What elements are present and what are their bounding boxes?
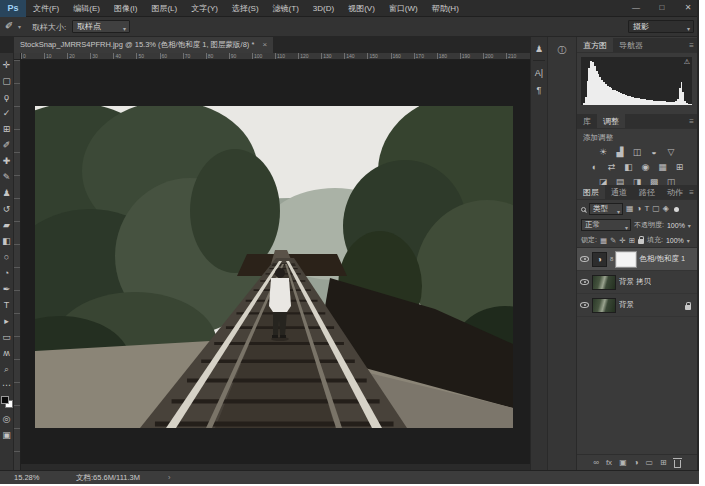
fill-value[interactable]: 100%	[666, 237, 684, 244]
menu-item[interactable]: 视图(V)	[341, 0, 382, 17]
tab-histogram[interactable]: 直方图	[577, 38, 613, 52]
menu-item[interactable]: 选择(S)	[225, 0, 266, 17]
maximize-button[interactable]: □	[655, 0, 669, 15]
add-mask-icon[interactable]: ▣	[619, 456, 627, 470]
gradient-tool-icon[interactable]: ◧	[0, 233, 14, 249]
move-tool-icon[interactable]: ✛	[0, 57, 14, 73]
workspace-dropdown[interactable]: 摄影 ▾	[628, 20, 694, 33]
menu-item[interactable]: 滤镜(T)	[266, 0, 306, 17]
filter-toggle-icon[interactable]	[674, 207, 679, 212]
foreground-color-swatch[interactable]	[1, 396, 9, 404]
panel-menu-icon[interactable]: ≡	[689, 114, 694, 129]
layer-thumbnail[interactable]	[592, 275, 616, 290]
marquee-tool-icon[interactable]: ▢	[0, 73, 14, 89]
path-selection-tool-icon[interactable]: ▸	[0, 313, 14, 329]
document-tab[interactable]: StockSnap_JMRRS4PFRH.jpg @ 15.3% (色相/饱和度…	[14, 37, 273, 53]
layer-name[interactable]: 色相/饱和度 1	[639, 254, 685, 264]
color-lookup-icon[interactable]: ⊞	[673, 161, 686, 174]
clone-stamp-tool-icon[interactable]: ♟	[0, 185, 14, 201]
close-button[interactable]: ✕	[681, 0, 695, 15]
edit-toolbar-icon[interactable]: ⋯	[0, 377, 14, 393]
brush-tool-icon[interactable]: ✎	[0, 169, 14, 185]
spot-healing-tool-icon[interactable]: ✚	[0, 153, 14, 169]
new-adjustment-icon[interactable]: ◑	[634, 456, 639, 470]
menu-item[interactable]: 图像(I)	[107, 0, 145, 17]
filter-type-dropdown[interactable]: 类型 ▾	[589, 203, 623, 215]
vibrance-icon[interactable]: ▽	[665, 146, 678, 159]
lock-transparency-icon[interactable]: ▦	[600, 236, 607, 245]
smart-object-filter-icon[interactable]: ◈	[663, 203, 669, 215]
eyedropper-options-icon[interactable]: ✐	[5, 20, 13, 31]
menu-item[interactable]: 文件(F)	[26, 0, 66, 17]
sample-size-dropdown[interactable]: 取样点 ▾	[72, 20, 130, 33]
tab-actions[interactable]: 动作	[661, 185, 689, 199]
visibility-eye-icon[interactable]	[580, 302, 589, 308]
tab-adjustments[interactable]: 调整	[597, 114, 625, 128]
panel-menu-icon[interactable]: ≡	[689, 38, 694, 53]
tab-layers[interactable]: 图层	[577, 185, 605, 199]
layer-row-hue-saturation[interactable]: ◑ 8 色相/饱和度 1	[577, 248, 697, 271]
blur-tool-icon[interactable]: ○	[0, 249, 14, 265]
dodge-tool-icon[interactable]: ◔	[0, 265, 14, 281]
quick-mask-icon[interactable]: ◎	[0, 411, 14, 427]
menu-item[interactable]: 窗口(W)	[382, 0, 425, 17]
shape-tool-icon[interactable]: ▭	[0, 329, 14, 345]
screen-mode-icon[interactable]: ▣	[0, 427, 14, 443]
tool-presets-panel-icon[interactable]: ♟	[531, 44, 547, 54]
tab-navigator[interactable]: 导航器	[613, 38, 649, 52]
visibility-eye-icon[interactable]	[580, 279, 589, 285]
color-balance-icon[interactable]: ⇄	[605, 161, 618, 174]
link-layers-icon[interactable]: ∞	[593, 456, 599, 470]
eraser-tool-icon[interactable]: ▰	[0, 217, 14, 233]
menu-item[interactable]: 图层(L)	[144, 0, 184, 17]
visibility-eye-icon[interactable]	[580, 256, 589, 262]
delete-layer-icon[interactable]	[674, 460, 681, 468]
document-image[interactable]	[35, 106, 513, 428]
menu-item[interactable]: 编辑(E)	[66, 0, 107, 17]
warning-icon[interactable]: ⚠	[684, 58, 690, 66]
character-panel-icon[interactable]: A|	[531, 68, 547, 78]
type-tool-icon[interactable]: T	[0, 297, 14, 313]
adjustment-filter-icon[interactable]: ◑	[637, 203, 642, 215]
history-brush-tool-icon[interactable]: ↺	[0, 201, 14, 217]
layer-name[interactable]: 背景	[619, 300, 634, 310]
lock-image-icon[interactable]: ✎	[610, 236, 616, 245]
quick-selection-tool-icon[interactable]: ✓	[0, 105, 14, 121]
tab-channels[interactable]: 通道	[605, 185, 633, 199]
type-filter-icon[interactable]: T	[644, 203, 649, 215]
info-panel-icon[interactable]: ⓘ	[548, 44, 576, 57]
adjustment-layer-thumbnail[interactable]: ◑	[592, 252, 607, 267]
lock-artboard-icon[interactable]: ⊞	[629, 236, 635, 245]
lasso-tool-icon[interactable]: ϙ	[0, 89, 14, 105]
blend-mode-dropdown[interactable]: 正常 ▾	[581, 219, 631, 231]
crop-tool-icon[interactable]: ⊞	[0, 121, 14, 137]
brightness-contrast-icon[interactable]: ☀	[597, 146, 610, 159]
layer-row-background[interactable]: 背景	[577, 294, 697, 317]
tab-paths[interactable]: 路径	[633, 185, 661, 199]
curves-icon[interactable]: ◫	[631, 146, 644, 159]
eyedropper-tool-icon[interactable]: ✐	[0, 137, 14, 153]
new-group-icon[interactable]: ▭	[646, 456, 654, 470]
zoom-tool-icon[interactable]: ⌕	[0, 361, 14, 377]
menu-item[interactable]: 文字(Y)	[184, 0, 225, 17]
tool-preset-caret-icon[interactable]: ▾	[18, 23, 21, 30]
lock-all-icon[interactable]	[638, 239, 644, 244]
status-chevron-icon[interactable]: ›	[168, 473, 171, 482]
channel-mixer-icon[interactable]: ▦	[656, 161, 669, 174]
hue-saturation-icon[interactable]: ◐	[588, 161, 601, 174]
layer-mask-thumbnail[interactable]	[616, 252, 636, 267]
tab-close-icon[interactable]: ×	[262, 40, 267, 49]
new-layer-icon[interactable]: ⊞	[660, 456, 667, 470]
paragraph-panel-icon[interactable]: ¶	[531, 85, 547, 95]
panel-menu-icon[interactable]: ≡	[689, 185, 694, 200]
black-white-icon[interactable]: ◧	[622, 161, 635, 174]
lock-position-icon[interactable]: ✛	[619, 236, 625, 245]
layer-row-background-copy[interactable]: 背景 拷贝	[577, 271, 697, 294]
opacity-value[interactable]: 100%	[667, 222, 685, 229]
chevron-down-icon[interactable]: ▾	[688, 222, 691, 229]
tab-libraries[interactable]: 库	[577, 114, 597, 128]
levels-icon[interactable]: ▟	[614, 146, 627, 159]
menu-item[interactable]: 3D(D)	[306, 0, 341, 17]
menu-item[interactable]: 帮助(H)	[425, 0, 466, 17]
layer-style-icon[interactable]: fx	[606, 456, 612, 470]
